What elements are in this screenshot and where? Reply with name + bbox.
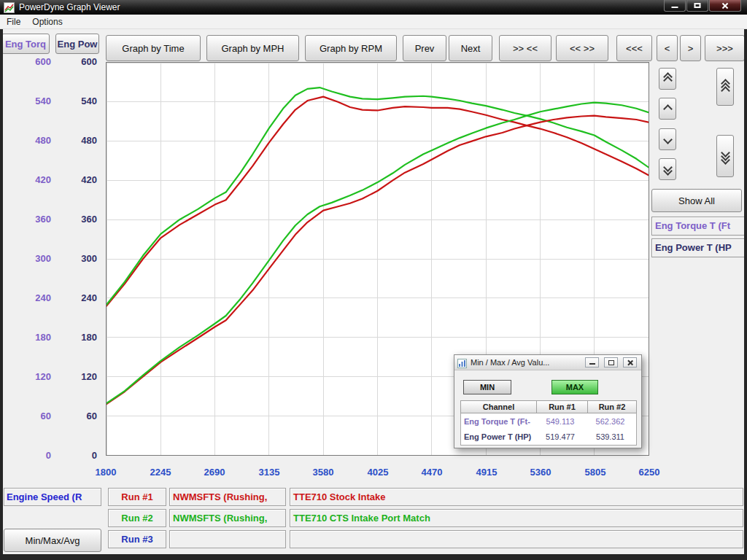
tab-eng-power[interactable]: Eng Pow [55,34,99,54]
minmax-column-header[interactable]: Run #1 [537,400,588,413]
close-button[interactable] [709,0,741,12]
menu-bar: File Options [0,15,747,29]
window-titlebar: PowerDyne Graph Viewer [0,0,747,15]
y-axis-power-tick: 240 [71,292,97,303]
next-button[interactable]: Next [449,35,492,61]
x-axis-tick: 4470 [422,467,443,478]
menu-options[interactable]: Options [32,17,62,27]
y-axis-torque-tick: 60 [25,411,51,421]
y-axis-power-tick: 360 [71,214,97,225]
chevron-down-icon [663,135,673,144]
graph-by-time-button[interactable]: Graph by Time [106,35,201,61]
minmax-maximize-button[interactable] [604,357,618,368]
max-button[interactable]: MAX [551,380,598,394]
graph-by-rpm-button[interactable]: Graph by RPM [305,35,397,61]
run1-label[interactable]: Run #1 [108,488,166,506]
minimize-icon [589,363,595,365]
y-axis-torque-tick: 540 [25,96,51,106]
minmax-minimize-button[interactable] [585,357,599,368]
minmax-table-header: ChannelRun #1Run #2 [460,400,637,413]
y-axis-power-tick: 480 [71,135,97,146]
run1-description-field: TTE710 Stock Intake [290,488,743,506]
y-axis-power-tick: 420 [71,174,97,185]
maximize-icon [608,360,614,365]
y-axis-power-tick: 300 [71,253,97,264]
scale-double-down-button[interactable] [659,158,676,180]
show-all-button[interactable]: Show All [651,189,742,212]
x-axis-tick: 2690 [204,467,225,478]
y-axis-power-tick: 540 [71,96,97,106]
tab-eng-torque[interactable]: Eng Torq [1,34,50,54]
minmax-window-icon [457,358,467,368]
y-axis-power-tick: 0 [71,450,97,461]
y-axis-torque-tick: 0 [25,450,51,461]
minmax-table: ChannelRun #1Run #2 Eng Torque T (Ft- 54… [460,400,637,446]
x-axis-tick: 5360 [530,467,551,478]
scroll-far-left-button[interactable]: <<< [616,35,652,61]
chevron-up-icon [663,104,673,114]
minmax-column-header[interactable]: Channel [460,400,537,413]
y-axis-torque-tick: 480 [25,135,51,146]
window-frame-bottom [0,554,747,560]
y-axis-torque-tick: 600 [25,56,51,67]
y-axis-torque-tick: 420 [25,174,51,185]
run2-description-field: TTE710 CTS Intake Port Match [290,509,743,527]
x-axis-tick: 2245 [150,467,171,478]
run3-description-field [290,530,743,548]
minmax-window: Min / Max / Avg Valu... MIN MAX ChannelR… [454,354,642,448]
maximize-icon [694,3,701,8]
run2-label[interactable]: Run #2 [108,509,166,527]
y-axis-power-tick: 180 [71,332,97,343]
x-axis-tick: 3580 [313,467,334,478]
min-button[interactable]: MIN [463,380,511,394]
run3-label[interactable]: Run #3 [108,530,166,548]
y-axis-power-tick: 600 [71,56,97,67]
pan-up-button[interactable] [716,68,734,106]
x-axis-tick: 4915 [476,467,498,478]
app-icon [4,2,15,13]
scroll-left-button[interactable]: < [657,35,678,61]
minmax-table-row: Eng Power T (HP) 519.477 539.311 [461,429,636,444]
y-axis-power-tick: 60 [71,411,97,421]
maximize-button[interactable] [686,0,708,12]
graph-by-mph-button[interactable]: Graph by MPH [206,35,299,61]
minmax-window-title: Min / Max / Avg Valu... [471,358,549,367]
powerdyne-window: PowerDyne Graph Viewer File Options Eng … [0,0,747,560]
y-axis-power-tick: 120 [71,371,97,382]
run3-source-field [169,530,286,548]
y-axis-torque-tick: 180 [25,332,51,343]
minimize-button[interactable] [664,0,686,12]
scroll-right-button[interactable]: > [680,35,701,61]
x-axis-tick: 1800 [96,467,117,478]
menu-file[interactable]: File [7,17,20,27]
run2-source-field: NWMSFTS (Rushing, [169,509,286,527]
x-axis-tick: 3135 [259,467,280,478]
minmax-avg-button[interactable]: Min/Max/Avg [4,529,101,552]
scale-double-up-button[interactable] [659,68,676,90]
legend-eng-power[interactable]: Eng Power T (HP [651,238,747,257]
minmax-table-row: Eng Torque T (Ft- 549.113 562.362 [461,414,636,429]
window-frame-right [744,29,747,560]
legend-eng-torque[interactable]: Eng Torque T (Ft [651,217,747,236]
minimize-icon [672,7,678,8]
y-axis-torque-tick: 240 [25,292,51,303]
x-axis-tick: 6250 [639,467,660,478]
zoom-out-button[interactable]: << >> [556,35,608,61]
pan-down-button[interactable] [716,135,734,177]
scale-down-button[interactable] [659,128,676,150]
scroll-far-right-button[interactable]: >>> [705,35,745,61]
minmax-column-header[interactable]: Run #2 [588,400,637,413]
run1-source-field: NWMSFTS (Rushing, [169,488,286,506]
x-axis-tick: 4025 [368,467,389,478]
minmax-close-button[interactable] [623,357,637,368]
window-frame-left [0,29,3,560]
minmax-window-controls [585,357,637,368]
prev-button[interactable]: Prev [403,35,446,61]
y-axis-torque-tick: 360 [25,214,51,225]
scale-up-button[interactable] [659,98,676,120]
minmax-titlebar[interactable]: Min / Max / Avg Valu... [454,355,641,370]
zoom-in-button[interactable]: >> << [499,35,551,61]
x-axis-channel-label: Engine Speed (R [4,488,101,506]
minmax-table-body: Eng Torque T (Ft- 549.113 562.362 Eng Po… [460,413,637,446]
x-axis-tick: 5805 [585,467,606,478]
